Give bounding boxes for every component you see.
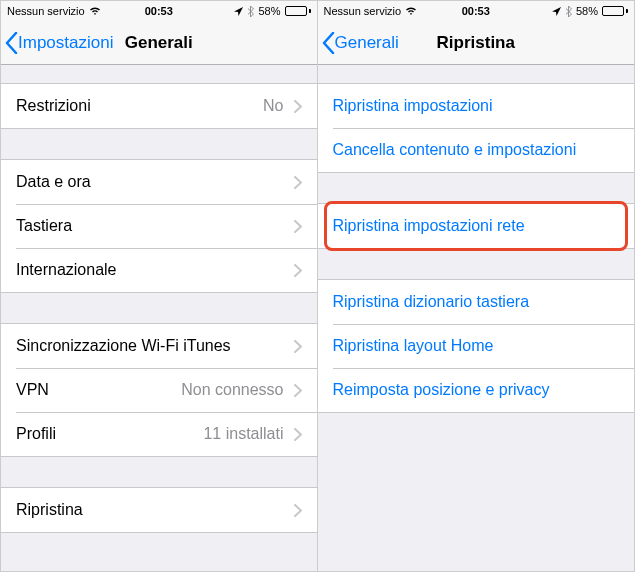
list-item-label: Cancella contenuto e impostazioni xyxy=(333,141,620,159)
list-item-label: Data e ora xyxy=(16,173,294,191)
list-item[interactable]: VPNNon connesso xyxy=(1,368,317,412)
chevron-right-icon xyxy=(294,384,302,397)
nav-bar: Generali Ripristina xyxy=(318,21,635,65)
chevron-right-icon xyxy=(294,428,302,441)
list-group: Sincronizzazione Wi-Fi iTunesVPNNon conn… xyxy=(1,323,317,457)
list-item-label: VPN xyxy=(16,381,181,399)
list-item[interactable]: Cancella contenuto e impostazioni xyxy=(318,128,635,172)
list-item-label: Internazionale xyxy=(16,261,294,279)
nav-bar: Impostazioni Generali xyxy=(1,21,317,65)
list-group: Ripristina xyxy=(1,487,317,533)
list-item-value: Non connesso xyxy=(181,381,283,399)
list-item-value: No xyxy=(263,97,283,115)
chevron-right-icon xyxy=(294,504,302,517)
list-group: Data e oraTastieraInternazionale xyxy=(1,159,317,293)
list-item-label: Tastiera xyxy=(16,217,294,235)
back-button[interactable]: Generali xyxy=(318,32,399,54)
list-group: Ripristina impostazioni rete xyxy=(318,203,635,249)
list-item[interactable]: Sincronizzazione Wi-Fi iTunes xyxy=(1,324,317,368)
reset-list: Ripristina impostazioniCancella contenut… xyxy=(318,65,635,571)
chevron-right-icon xyxy=(294,100,302,113)
chevron-right-icon xyxy=(294,220,302,233)
list-item[interactable]: Data e ora xyxy=(1,160,317,204)
chevron-right-icon xyxy=(294,176,302,189)
list-item[interactable]: Internazionale xyxy=(1,248,317,292)
back-button[interactable]: Impostazioni xyxy=(1,32,113,54)
list-item[interactable]: Ripristina impostazioni rete xyxy=(318,204,635,248)
screen-generali: Nessun servizio 00:53 58% xyxy=(1,1,318,571)
list-item-label: Ripristina impostazioni xyxy=(333,97,620,115)
list-item[interactable]: Ripristina impostazioni xyxy=(318,84,635,128)
list-item[interactable]: RestrizioniNo xyxy=(1,84,317,128)
back-label: Generali xyxy=(335,33,399,53)
list-item-label: Restrizioni xyxy=(16,97,263,115)
status-time: 00:53 xyxy=(1,5,317,17)
back-label: Impostazioni xyxy=(18,33,113,53)
chevron-left-icon xyxy=(322,32,335,54)
screen-ripristina: Nessun servizio 00:53 58% xyxy=(318,1,635,571)
list-item-label: Ripristina dizionario tastiera xyxy=(333,293,620,311)
list-item[interactable]: Ripristina xyxy=(1,488,317,532)
status-bar: Nessun servizio 00:53 58% xyxy=(1,1,317,21)
list-item-label: Profili xyxy=(16,425,203,443)
list-item[interactable]: Profili11 installati xyxy=(1,412,317,456)
list-group: RestrizioniNo xyxy=(1,83,317,129)
list-item-label: Ripristina layout Home xyxy=(333,337,620,355)
list-item[interactable]: Ripristina dizionario tastiera xyxy=(318,280,635,324)
settings-list: RestrizioniNoData e oraTastieraInternazi… xyxy=(1,65,317,571)
status-bar: Nessun servizio 00:53 58% xyxy=(318,1,635,21)
dual-screenshot: Nessun servizio 00:53 58% xyxy=(0,0,635,572)
list-item-label: Ripristina xyxy=(16,501,294,519)
list-item[interactable]: Tastiera xyxy=(1,204,317,248)
chevron-right-icon xyxy=(294,264,302,277)
list-item[interactable]: Ripristina layout Home xyxy=(318,324,635,368)
status-time: 00:53 xyxy=(318,5,635,17)
list-item-label: Ripristina impostazioni rete xyxy=(333,217,620,235)
list-item-label: Sincronizzazione Wi-Fi iTunes xyxy=(16,337,294,355)
chevron-left-icon xyxy=(5,32,18,54)
chevron-right-icon xyxy=(294,340,302,353)
list-group: Ripristina impostazioniCancella contenut… xyxy=(318,83,635,173)
list-item-value: 11 installati xyxy=(203,425,283,443)
list-item[interactable]: Reimposta posizione e privacy xyxy=(318,368,635,412)
list-group: Ripristina dizionario tastieraRipristina… xyxy=(318,279,635,413)
list-item-label: Reimposta posizione e privacy xyxy=(333,381,620,399)
